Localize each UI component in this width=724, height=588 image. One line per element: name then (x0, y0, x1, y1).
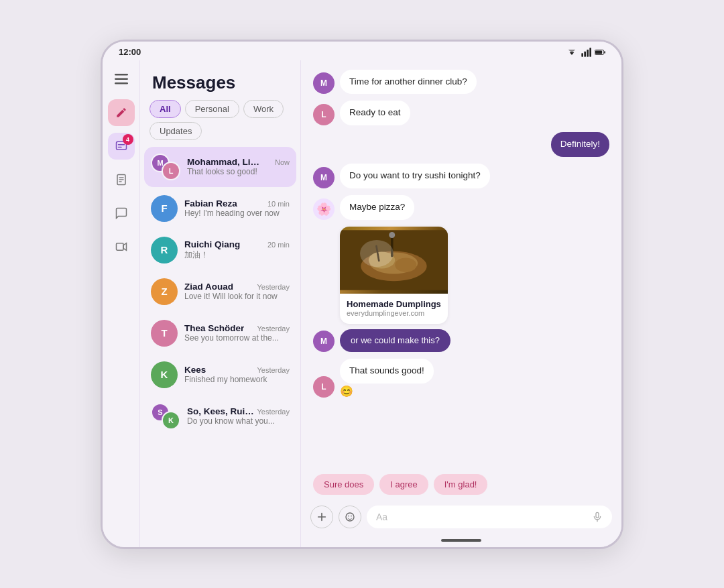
status-icons (566, 47, 605, 58)
conversation-item[interactable]: M L Mohammad, Lily, So Now That looks so… (144, 147, 296, 187)
conv-info: Mohammad, Lily, So Now That looks so goo… (187, 157, 290, 176)
conv-time: Yesterday (257, 366, 290, 374)
message-avatar: M (313, 331, 335, 352)
messages-panel: Messages All Personal Work Updates M L (140, 60, 301, 547)
message-avatar: 🌸 (313, 198, 335, 220)
link-card-url: everydumplingever.com (347, 309, 441, 317)
conv-time: Yesterday (257, 283, 290, 291)
svg-rect-9 (115, 74, 128, 76)
conv-name: Ruichi Qiang (184, 239, 240, 249)
filter-all[interactable]: All (149, 100, 181, 118)
plus-icon (316, 512, 327, 522)
conv-preview: Love it! Will look for it now (184, 292, 290, 301)
conversation-item[interactable]: S K So, Kees, Ruichi Yesterday Do you kn… (144, 396, 296, 436)
chat-input-bar: Aa (301, 500, 621, 536)
conv-header: Ziad Aouad Yesterday (184, 282, 290, 292)
svg-rect-18 (119, 181, 122, 182)
conversation-item[interactable]: Z Ziad Aouad Yesterday Love it! Will loo… (144, 272, 296, 312)
sidebar-messages[interactable]: 4 (108, 133, 135, 160)
message-input[interactable]: Aa (367, 506, 612, 528)
conv-name: Thea Schöder (184, 323, 244, 333)
emoji-reaction: 😊 (340, 385, 434, 398)
chat-panel: M Time for another dinner club? L Ready … (301, 60, 621, 547)
message-bubble: Maybe pizza? (340, 195, 414, 220)
conversation-item[interactable]: T Thea Schöder Yesterday See you tomorro… (144, 313, 296, 353)
hamburger-icon (115, 74, 128, 84)
conv-time: 10 min (267, 200, 290, 208)
quick-reply-agree[interactable]: I agree (379, 474, 428, 495)
message-bubble: Ready to eat (340, 101, 410, 125)
chat-messages: M Time for another dinner club? L Ready … (301, 60, 621, 471)
conv-preview: 加油！ (184, 249, 290, 261)
conv-header: Kees Yesterday (184, 365, 290, 375)
sidebar-compose[interactable] (108, 99, 135, 126)
svg-rect-4 (587, 50, 589, 57)
message-row: 🌸 Maybe pizza? (313, 195, 609, 220)
link-card: Homemade Dumplings everydumplingever.com (340, 227, 448, 324)
message-bubble: That sounds good! (340, 359, 434, 384)
message-avatar: M (313, 72, 335, 94)
conv-name: Mohammad, Lily, So (187, 157, 261, 167)
status-time: 12:00 (119, 47, 141, 57)
conv-name: Fabian Reza (184, 198, 237, 209)
home-indicator (441, 539, 481, 542)
messages-badge: 4 (123, 134, 133, 145)
status-bar: 12:00 (103, 42, 621, 60)
svg-rect-17 (119, 179, 124, 180)
sidebar-notes[interactable] (108, 166, 135, 193)
svg-rect-28 (340, 230, 448, 290)
avatar: K (151, 361, 178, 388)
dumpling-image (340, 227, 448, 294)
conversation-item[interactable]: K Kees Yesterday Finished my homework (144, 355, 296, 395)
svg-marker-1 (568, 50, 576, 53)
conv-preview: See you tomorrow at the... (184, 333, 290, 343)
avatar-wrap: M L (151, 154, 180, 180)
conv-info: Fabian Reza 10 min Hey! I'm heading over… (184, 198, 290, 218)
svg-rect-27 (375, 245, 380, 261)
conv-time: Yesterday (257, 408, 290, 416)
svg-rect-3 (584, 51, 586, 56)
tablet-frame: 12:00 (101, 40, 623, 549)
svg-point-29 (346, 513, 354, 521)
video-icon (115, 241, 127, 253)
sidebar-video[interactable] (108, 233, 135, 260)
quick-reply-sure[interactable]: Sure does (313, 474, 374, 495)
conversation-item[interactable]: R Ruichi Qiang 20 min 加油！ (144, 230, 296, 270)
conv-header: Thea Schöder Yesterday (184, 323, 290, 333)
quick-reply-glad[interactable]: I'm glad! (434, 474, 488, 495)
conv-header: Mohammad, Lily, So Now (187, 157, 290, 167)
message-row: M Do you want to try sushi tonight? (313, 164, 609, 188)
filter-work[interactable]: Work (243, 100, 284, 118)
group-avatar-2: K (162, 411, 180, 430)
avatar: F (151, 195, 178, 222)
wifi-icon (566, 47, 577, 58)
conv-name: Ziad Aouad (184, 282, 233, 292)
emoji-button[interactable] (339, 506, 361, 528)
conv-header: Ruichi Qiang 20 min (184, 239, 290, 249)
messages-title: Messages (140, 60, 300, 100)
message-row: M Time for another dinner club? (313, 70, 609, 95)
svg-point-30 (348, 515, 349, 516)
avatar-group: M L (151, 154, 180, 180)
filter-personal[interactable]: Personal (185, 100, 239, 118)
conv-preview: Finished my homework (184, 375, 290, 384)
conv-info: Ruichi Qiang 20 min 加油！ (184, 239, 290, 261)
svg-point-31 (351, 515, 352, 516)
notes-icon (115, 174, 127, 186)
add-button[interactable] (310, 506, 333, 528)
conv-name: So, Kees, Ruichi (187, 406, 257, 416)
svg-rect-11 (115, 82, 128, 84)
dumpling-svg (340, 227, 448, 294)
avatar-group: S K (151, 403, 180, 430)
svg-rect-32 (596, 512, 599, 518)
filter-chips: All Personal Work Updates (140, 100, 300, 147)
svg-rect-10 (115, 78, 128, 80)
sidebar-chat[interactable] (108, 200, 135, 227)
svg-rect-7 (595, 50, 602, 54)
conversation-item[interactable]: F Fabian Reza 10 min Hey! I'm heading ov… (144, 188, 296, 229)
filter-updates[interactable]: Updates (149, 122, 202, 140)
sidebar: 4 (103, 60, 140, 547)
emoji-icon (345, 512, 355, 522)
sidebar-hamburger[interactable] (108, 66, 135, 93)
conv-preview: That looks so good! (187, 167, 290, 176)
